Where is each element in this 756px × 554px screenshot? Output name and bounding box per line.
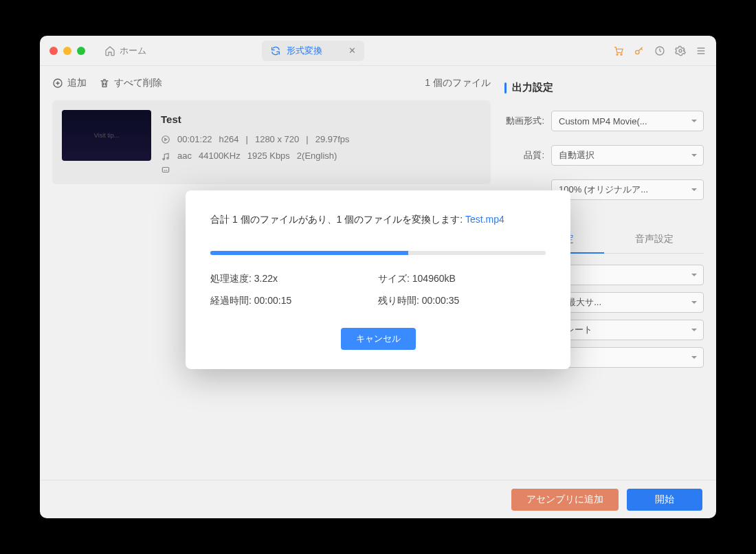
app-window: ホーム 形式変換 ✕ <box>40 36 716 518</box>
progress-message: 合計 1 個のファイルがあり、1 個のファイルを変換します: Test.mp4 <box>210 214 546 226</box>
speed-value: 3.22x <box>254 273 278 284</box>
size-value: 104960kB <box>412 273 456 284</box>
current-filename: Test.mp4 <box>465 214 504 225</box>
progress-dialog: 合計 1 個のファイルがあり、1 個のファイルを変換します: Test.mp4 … <box>186 190 570 369</box>
elapsed-value: 00:00:15 <box>254 295 292 306</box>
cancel-button[interactable]: キャンセル <box>341 328 416 350</box>
progress-stats: 処理速度: 3.22x 経過時間: 00:00:15 サイズ: 104960kB… <box>210 273 546 307</box>
progress-fill <box>210 251 408 255</box>
remaining-value: 00:00:35 <box>422 295 460 306</box>
progress-bar <box>210 251 546 255</box>
